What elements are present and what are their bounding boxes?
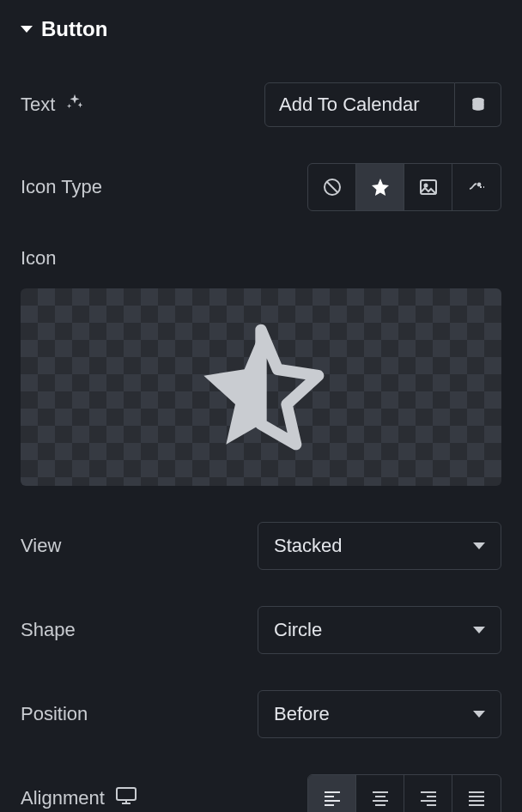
label-icon: Icon bbox=[21, 247, 501, 270]
svg-point-4 bbox=[424, 185, 427, 187]
align-right-icon bbox=[418, 790, 439, 807]
image-icon bbox=[418, 177, 439, 197]
label-alignment: Alignment bbox=[21, 786, 137, 810]
svg-line-2 bbox=[326, 182, 337, 193]
label-view: View bbox=[21, 535, 61, 557]
align-left[interactable] bbox=[308, 775, 356, 812]
label-alignment-value: Alignment bbox=[21, 787, 105, 809]
icon-picker[interactable] bbox=[21, 288, 501, 486]
align-left-icon bbox=[322, 790, 343, 807]
section-header-button[interactable]: Button bbox=[21, 17, 501, 41]
align-center-icon bbox=[370, 790, 391, 807]
sparkle-icon bbox=[65, 93, 84, 117]
align-justify-icon bbox=[466, 790, 487, 807]
select-shape[interactable]: Circle bbox=[258, 606, 501, 654]
select-view[interactable]: Stacked bbox=[258, 522, 501, 570]
lottie-icon bbox=[466, 177, 487, 197]
icon-type-lottie[interactable] bbox=[452, 164, 501, 210]
label-icon-type: Icon Type bbox=[21, 176, 102, 198]
chevron-down-icon bbox=[473, 542, 485, 549]
desktop-icon[interactable] bbox=[115, 786, 137, 810]
text-input[interactable] bbox=[264, 82, 455, 127]
label-position: Position bbox=[21, 703, 88, 725]
chevron-down-icon bbox=[473, 711, 485, 718]
database-icon bbox=[470, 96, 487, 113]
icon-type-icon[interactable] bbox=[356, 164, 404, 210]
svg-point-5 bbox=[478, 184, 481, 186]
ban-icon bbox=[322, 177, 343, 197]
select-position[interactable]: Before bbox=[258, 690, 501, 738]
alignment-segmented bbox=[307, 774, 501, 812]
select-view-value: Stacked bbox=[274, 535, 343, 557]
icon-type-image[interactable] bbox=[404, 164, 452, 210]
icon-type-none[interactable] bbox=[308, 164, 356, 210]
label-text: Text bbox=[21, 93, 84, 117]
star-half-icon bbox=[192, 318, 330, 456]
svg-rect-7 bbox=[117, 788, 136, 800]
star-icon bbox=[370, 177, 391, 197]
chevron-down-icon bbox=[473, 627, 485, 633]
label-shape: Shape bbox=[21, 619, 76, 641]
align-justify[interactable] bbox=[452, 775, 501, 812]
caret-down-icon bbox=[21, 26, 33, 33]
section-title: Button bbox=[41, 17, 107, 41]
align-right[interactable] bbox=[404, 775, 452, 812]
label-text-value: Text bbox=[21, 94, 55, 116]
select-position-value: Before bbox=[274, 703, 330, 725]
dynamic-tags-button[interactable] bbox=[455, 82, 501, 127]
icon-type-segmented bbox=[307, 163, 501, 211]
select-shape-value: Circle bbox=[274, 619, 322, 641]
align-center[interactable] bbox=[356, 775, 404, 812]
